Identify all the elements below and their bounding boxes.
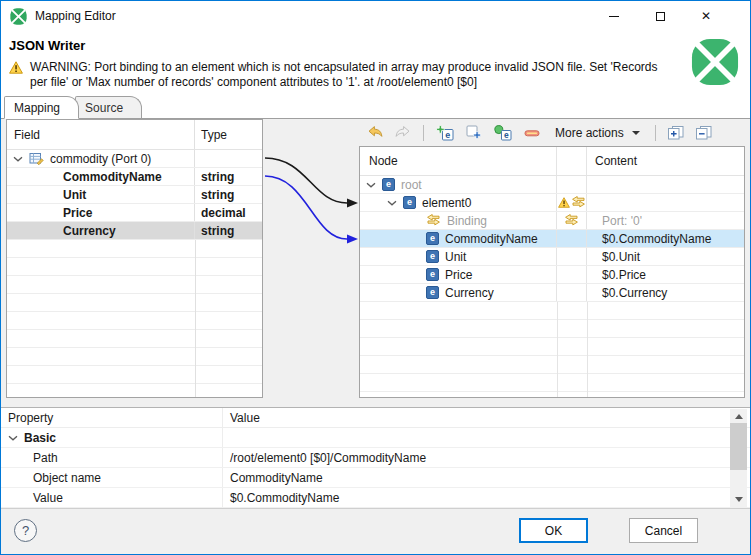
record-icon bbox=[29, 152, 44, 166]
clover-logo bbox=[691, 38, 739, 86]
add-element-icon: e bbox=[436, 125, 454, 141]
node-toolbar: e e bbox=[359, 119, 745, 146]
expand-all-icon bbox=[668, 126, 684, 140]
node-tree-table: Node Content e root bbox=[359, 146, 745, 398]
toolbar-separator bbox=[423, 125, 424, 141]
mapping-editor-dialog: Mapping Editor ✕ JSON Writer WARNING: Po… bbox=[0, 0, 751, 555]
warning-icon bbox=[558, 197, 570, 208]
node-panel: e e bbox=[359, 119, 745, 398]
property-row[interactable]: Object name CommodityName bbox=[1, 468, 750, 488]
svg-text:e: e bbox=[504, 130, 509, 140]
dialog-footer: ? OK Cancel bbox=[1, 508, 750, 554]
field-row[interactable]: Price decimal bbox=[7, 204, 262, 222]
column-header-property: Property bbox=[1, 408, 223, 427]
undo-icon bbox=[367, 126, 383, 139]
minimize-button[interactable] bbox=[591, 1, 637, 31]
page-title: JSON Writer bbox=[9, 38, 85, 53]
tab-bar: Mapping Source bbox=[1, 97, 750, 119]
help-button[interactable]: ? bbox=[14, 519, 37, 542]
close-button[interactable]: ✕ bbox=[683, 1, 729, 31]
mapping-connection-arrows bbox=[263, 119, 361, 259]
expand-all-button[interactable] bbox=[665, 124, 687, 142]
tab-source[interactable]: Source bbox=[75, 96, 142, 118]
element-icon: e bbox=[403, 196, 416, 209]
property-group-basic[interactable]: Basic bbox=[1, 428, 750, 448]
column-header-type: Type bbox=[195, 120, 262, 149]
port-binding-icon bbox=[564, 214, 579, 227]
port-binding-icon bbox=[571, 196, 586, 209]
chevron-down-icon[interactable] bbox=[366, 182, 376, 188]
title-bar[interactable]: Mapping Editor ✕ bbox=[1, 1, 750, 31]
scrollbar-thumb[interactable] bbox=[730, 423, 747, 470]
chevron-down-icon[interactable] bbox=[8, 435, 18, 441]
chevron-down-icon[interactable] bbox=[13, 156, 23, 162]
collapse-all-button[interactable] bbox=[693, 124, 715, 142]
column-header-node: Node bbox=[360, 147, 557, 175]
field-table-header: Field Type bbox=[7, 120, 262, 150]
dialog-header: JSON Writer WARNING: Port binding to an … bbox=[1, 31, 750, 97]
undo-button[interactable] bbox=[364, 124, 386, 141]
add-element-button[interactable]: e bbox=[433, 123, 457, 143]
property-scrollbar[interactable] bbox=[730, 409, 747, 507]
toolbar-separator bbox=[655, 125, 656, 141]
element-icon: e bbox=[382, 178, 395, 191]
node-row[interactable]: e Unit $0.Unit bbox=[360, 248, 744, 266]
port-binding-icon bbox=[426, 214, 441, 227]
scroll-down-button[interactable] bbox=[730, 492, 747, 507]
property-panel: Property Value Basic Path /root/element0… bbox=[1, 407, 750, 508]
caption-buttons: ✕ bbox=[591, 1, 729, 31]
warning-message: WARNING: Port binding to an element whic… bbox=[9, 60, 669, 90]
maximize-icon bbox=[656, 12, 665, 21]
splitter-sash[interactable] bbox=[1, 398, 750, 407]
node-row-selected[interactable]: e CommodityName $0.CommodityName bbox=[360, 230, 744, 248]
field-table-empty-rows bbox=[7, 240, 262, 397]
element-icon: e bbox=[426, 250, 439, 263]
element-icon: e bbox=[426, 268, 439, 281]
redo-icon bbox=[395, 126, 411, 139]
scroll-up-button[interactable] bbox=[730, 409, 747, 424]
field-root-row[interactable]: commodity (Port 0) bbox=[7, 150, 262, 168]
node-row-root[interactable]: e root bbox=[360, 176, 744, 194]
svg-text:e: e bbox=[445, 129, 450, 139]
more-actions-label: More actions bbox=[555, 126, 624, 140]
property-row[interactable]: Path /root/element0 [$0]/CommodityName bbox=[1, 448, 750, 468]
more-actions-button[interactable]: More actions bbox=[549, 124, 646, 142]
node-row-element0[interactable]: e element0 bbox=[360, 194, 744, 212]
field-root-label: commodity (Port 0) bbox=[50, 152, 151, 166]
add-wildcard-element-icon: e bbox=[494, 125, 512, 141]
column-header-field: Field bbox=[7, 120, 195, 149]
remove-icon bbox=[524, 125, 540, 141]
node-row-binding[interactable]: Binding Port: '0' bbox=[360, 212, 744, 230]
ok-button[interactable]: OK bbox=[519, 518, 588, 543]
close-icon: ✕ bbox=[701, 10, 711, 22]
warning-icon bbox=[9, 61, 23, 74]
remove-button[interactable] bbox=[521, 123, 543, 143]
node-row[interactable]: e Price $0.Price bbox=[360, 266, 744, 284]
dropdown-caret-icon bbox=[632, 131, 640, 135]
redo-button[interactable] bbox=[392, 124, 414, 141]
add-attribute-icon bbox=[466, 125, 482, 141]
column-header-content: Content bbox=[587, 147, 744, 175]
maximize-button[interactable] bbox=[637, 1, 683, 31]
tab-mapping[interactable]: Mapping bbox=[4, 96, 79, 119]
add-attribute-button[interactable] bbox=[463, 123, 485, 143]
help-icon: ? bbox=[22, 523, 29, 538]
element-icon: e bbox=[426, 232, 439, 245]
field-row[interactable]: Unit string bbox=[7, 186, 262, 204]
column-header-value: Value bbox=[223, 408, 750, 427]
warning-text: WARNING: Port binding to an element whic… bbox=[30, 60, 669, 90]
add-wildcard-element-button[interactable]: e bbox=[491, 123, 515, 143]
mapping-area: Field Type commodity (Port 0) bbox=[1, 119, 750, 398]
field-row-selected[interactable]: Currency string bbox=[7, 222, 262, 240]
node-table-empty-rows bbox=[360, 302, 744, 397]
property-row[interactable]: Value $0.CommodityName bbox=[1, 488, 750, 508]
cancel-button[interactable]: Cancel bbox=[629, 518, 698, 543]
field-row[interactable]: CommodityName string bbox=[7, 168, 262, 186]
property-table-header: Property Value bbox=[1, 408, 750, 428]
chevron-down-icon[interactable] bbox=[387, 200, 397, 206]
minimize-icon bbox=[609, 16, 619, 17]
window-title: Mapping Editor bbox=[35, 9, 116, 23]
scroll-up-icon bbox=[735, 414, 743, 419]
clover-app-icon bbox=[10, 8, 27, 25]
node-row[interactable]: e Currency $0.Currency bbox=[360, 284, 744, 302]
